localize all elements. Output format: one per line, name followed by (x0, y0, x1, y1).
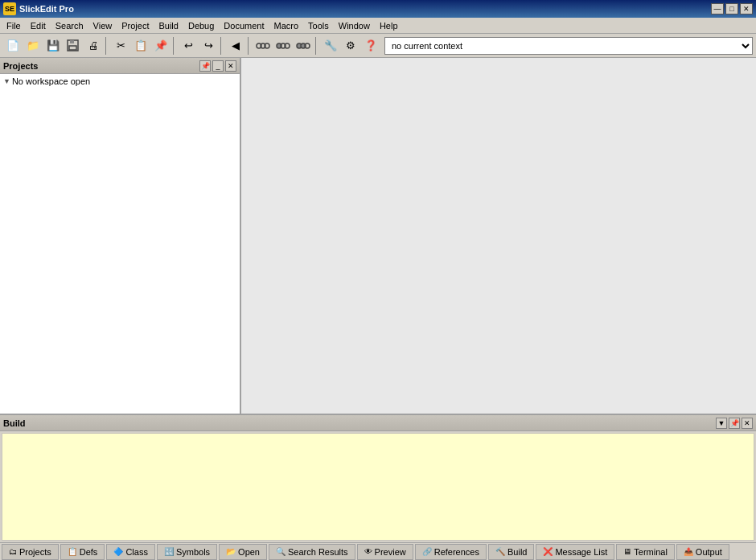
build-close-button[interactable]: ✕ (742, 418, 753, 429)
copy-button[interactable]: 📋 (131, 36, 150, 56)
menu-window[interactable]: Window (334, 19, 375, 32)
stop-build-button[interactable] (294, 36, 313, 56)
content-area: Projects 📌 _ ✕ ▼ No workspace open (0, 58, 756, 414)
build-pin-button[interactable]: 📌 (729, 418, 740, 429)
symbols-tab-icon: 🔣 (164, 547, 174, 556)
build-panel-content (2, 433, 754, 541)
cut-button[interactable]: ✂ (111, 36, 130, 56)
tab-defs-label: Defs (80, 547, 98, 557)
toolbar-sep-1 (105, 37, 109, 55)
menu-document[interactable]: Document (219, 19, 269, 32)
tab-output-label: Output (696, 547, 722, 557)
menu-tools[interactable]: Tools (303, 19, 334, 32)
build-panel-controls: ▼ 📌 ✕ (716, 418, 753, 429)
tools-button[interactable]: 🔧 (321, 36, 340, 56)
menu-project[interactable]: Project (117, 19, 154, 32)
menu-search[interactable]: Search (51, 19, 88, 32)
back-button[interactable]: ◀ (226, 36, 245, 56)
tab-build[interactable]: 🔨 Build (488, 544, 534, 560)
undo-button[interactable]: ↩ (179, 36, 198, 56)
menu-debug[interactable]: Debug (183, 19, 219, 32)
projects-pin-button[interactable]: 📌 (199, 60, 211, 72)
app-icon: SE (3, 2, 16, 15)
menu-view[interactable]: View (88, 19, 117, 32)
config-button[interactable]: ⚙ (341, 36, 360, 56)
tab-defs[interactable]: 📋 Defs (60, 544, 105, 560)
tab-projects[interactable]: 🗂 Projects (2, 544, 59, 560)
app-title: SlickEdit Pro (19, 4, 74, 14)
maximize-button[interactable]: □ (725, 3, 738, 14)
title-bar-left: SE SlickEdit Pro (3, 2, 74, 15)
menu-bar: File Edit Search View Project Build Debu… (0, 18, 756, 34)
projects-panel-controls: 📌 _ ✕ (199, 60, 236, 72)
menu-build[interactable]: Build (154, 19, 183, 32)
projects-tab-icon: 🗂 (9, 547, 17, 556)
tree-arrow-icon: ▼ (3, 77, 10, 85)
search-results-tab-icon: 🔍 (276, 547, 286, 556)
toolbar: 📄 📁 💾 🖨 ✂ 📋 📌 ↩ ↪ ◀ 🔧 ⚙ ❓ no current con… (0, 34, 756, 58)
bottom-panel: Build ▼ 📌 ✕ (0, 414, 756, 542)
menu-macro[interactable]: Macro (269, 19, 304, 32)
tab-open-label: Open (238, 547, 260, 557)
paste-button[interactable]: 📌 (151, 36, 171, 56)
tab-search-results-label: Search Results (288, 547, 348, 557)
tab-open[interactable]: 📂 Open (219, 544, 267, 560)
no-workspace-label: No workspace open (12, 76, 90, 86)
save-all-button[interactable] (64, 36, 83, 56)
save-button[interactable]: 💾 (43, 36, 63, 56)
projects-panel: Projects 📌 _ ✕ ▼ No workspace open (0, 58, 241, 414)
rebuild-button[interactable] (273, 36, 293, 56)
new-file-button[interactable]: 📄 (3, 36, 23, 56)
tab-output[interactable]: 📤 Output (676, 544, 729, 560)
main-area: Projects 📌 _ ✕ ▼ No workspace open Build (0, 58, 756, 542)
toolbar-sep-3 (220, 37, 224, 55)
window-controls: — □ ✕ (711, 3, 753, 14)
toolbar-sep-5 (315, 37, 318, 55)
context-selector[interactable]: no current context (384, 37, 753, 55)
class-tab-icon: 🔷 (113, 547, 123, 556)
defs-tab-icon: 📋 (68, 547, 77, 556)
help-button[interactable]: ❓ (361, 36, 380, 56)
build-tab-icon: 🔨 (495, 547, 505, 556)
projects-minimize-button[interactable]: _ (212, 60, 224, 72)
projects-panel-content: ▼ No workspace open (0, 74, 240, 414)
build-all-button[interactable] (253, 36, 273, 56)
minimize-button[interactable]: — (711, 3, 724, 14)
menu-edit[interactable]: Edit (26, 19, 51, 32)
tab-build-label: Build (507, 547, 527, 557)
output-tab-icon: 📤 (684, 547, 693, 556)
projects-close-button[interactable]: ✕ (225, 60, 236, 72)
menu-help[interactable]: Help (375, 19, 403, 32)
tab-symbols[interactable]: 🔣 Symbols (157, 544, 217, 560)
toolbar-sep-4 (248, 37, 251, 55)
tab-message-list[interactable]: ❌ Message List (536, 544, 614, 560)
no-workspace-item: ▼ No workspace open (2, 76, 238, 87)
tab-preview[interactable]: 👁 Preview (357, 544, 413, 560)
svg-rect-2 (69, 46, 76, 50)
build-panel-title: Build (3, 418, 26, 428)
tab-references-label: References (434, 547, 479, 557)
open-tab-icon: 📂 (226, 547, 236, 556)
tab-terminal[interactable]: 🖥 Terminal (616, 544, 675, 560)
build-dropdown-button[interactable]: ▼ (716, 418, 727, 429)
tab-message-list-label: Message List (555, 547, 607, 557)
tab-references[interactable]: 🔗 References (415, 544, 487, 560)
close-button[interactable]: ✕ (740, 3, 753, 14)
message-list-tab-icon: ❌ (543, 547, 553, 556)
editor-area (241, 58, 756, 414)
preview-tab-icon: 👁 (364, 547, 372, 556)
bottom-panel-header: Build ▼ 📌 ✕ (0, 415, 756, 431)
tab-projects-label: Projects (19, 547, 51, 557)
tab-terminal-label: Terminal (634, 547, 668, 557)
references-tab-icon: 🔗 (422, 547, 432, 556)
toolbar-sep-2 (173, 37, 176, 55)
tab-search-results[interactable]: 🔍 Search Results (269, 544, 355, 560)
tab-class[interactable]: 🔷 Class (106, 544, 155, 560)
menu-file[interactable]: File (2, 19, 26, 32)
print-button[interactable]: 🖨 (84, 36, 103, 56)
tab-class-label: Class (125, 547, 148, 557)
open-file-button[interactable]: 📁 (23, 36, 43, 56)
tab-bar: 🗂 Projects 📋 Defs 🔷 Class 🔣 Symbols 📂 Op… (0, 542, 756, 560)
tab-preview-label: Preview (375, 547, 406, 557)
redo-button[interactable]: ↪ (199, 36, 218, 56)
